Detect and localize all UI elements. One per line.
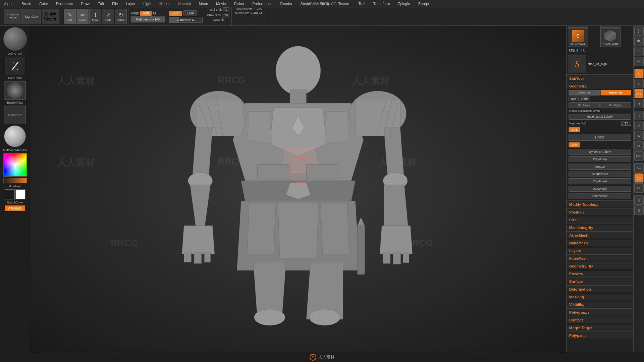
get-lower-button[interactable]: Get Lower — [569, 102, 600, 108]
size-header[interactable]: Size — [567, 217, 633, 223]
brush-icon-large[interactable]: S — [568, 55, 586, 73]
rt-xyz[interactable]: XYZ — [634, 89, 644, 98]
zadd-button[interactable]: Zadd — [169, 11, 182, 16]
menu-picker[interactable]: Picker — [233, 1, 246, 6]
morph-target-header[interactable]: Morph Target — [567, 325, 633, 331]
menu-menu[interactable]: Menu — [198, 1, 210, 6]
rgb-intensity-slider[interactable]: Rgb Intensity 100 — [131, 16, 165, 22]
rt-scroll[interactable]: ⬆⬇ — [634, 26, 644, 36]
rt-aahalf[interactable]: AA — [634, 57, 644, 66]
rt-usefill[interactable]: Fill — [634, 141, 644, 150]
preview-header[interactable]: Preview — [567, 271, 633, 277]
rgb-toggle[interactable]: Rgb — [140, 11, 152, 16]
swatch-black[interactable] — [5, 189, 15, 199]
menu-file[interactable]: File — [111, 1, 119, 6]
rt-panp[interactable]: Pan — [634, 163, 644, 173]
brush-preview[interactable] — [3, 27, 27, 51]
menu-macro[interactable]: Macro — [158, 1, 171, 6]
zsub-button[interactable]: Zsub — [183, 10, 197, 16]
menu-document[interactable]: Document — [55, 1, 74, 6]
position-header[interactable]: Position — [567, 209, 633, 215]
masking-header[interactable]: Masking — [567, 294, 633, 300]
higher-res-button[interactable]: Higher Res — [600, 90, 632, 96]
rt-solo[interactable]: Solo — [634, 183, 644, 193]
rt-frame[interactable]: Fr — [634, 99, 644, 108]
alternate-button[interactable]: Alternate — [5, 205, 25, 211]
del-higher-button[interactable]: Del Higher — [600, 102, 632, 108]
arraymesh-header[interactable]: ArrayMesh — [567, 232, 633, 238]
viewport[interactable]: 人人素材 RRCG 人人素材 人人素材 RRCG 人人素材 RRCG 人人素材 … — [30, 26, 566, 352]
reconstruct-subdiv-button[interactable]: Reconstruct Subdiv — [569, 114, 631, 120]
rt-extra1[interactable]: ⊞ — [634, 195, 644, 205]
move-button[interactable]: ⬆ Move — [89, 9, 101, 24]
tool-polymesh3d[interactable]: PolyMesh3D — [600, 28, 621, 47]
menu-zplugin[interactable]: Zplugin — [396, 1, 411, 6]
menu-transform[interactable]: Transform — [372, 1, 391, 6]
shadowbox-button[interactable]: ShadowBox — [569, 171, 631, 177]
dynamic-subdiv-button[interactable]: Dynamic Subdiv — [569, 149, 631, 155]
polypaint-header[interactable]: Polypaint — [567, 333, 633, 339]
rt-polyf[interactable]: Polyf — [634, 151, 644, 161]
menu-tool[interactable]: Tool — [357, 1, 367, 6]
geometry-header[interactable]: Geometry — [567, 83, 633, 89]
crease-button[interactable]: Crease — [569, 164, 631, 170]
edit-button[interactable]: ✎ Edit — [64, 9, 76, 24]
brush-alpha-preview[interactable] — [4, 81, 26, 100]
color-picker[interactable] — [3, 153, 27, 177]
tool-simplebrush[interactable]: S SimpleBrush — [568, 28, 588, 47]
rt-dynamic[interactable]: Dyn — [634, 173, 644, 183]
rt-zoom[interactable]: 🔍 — [634, 37, 644, 46]
fibermesh-header[interactable]: FiberMesh — [567, 255, 633, 261]
lower-res-button[interactable]: Lower Res — [569, 90, 600, 96]
rotate-button[interactable]: ↻ Rotate — [115, 9, 127, 24]
contact-header[interactable]: Contact — [567, 317, 633, 323]
zremesher-button[interactable]: ZRemesher — [569, 193, 631, 199]
smt-button[interactable]: Smt — [569, 127, 580, 132]
geometry-hd-header[interactable]: Geometry HD — [567, 263, 633, 269]
edgeloop-button[interactable]: EdgeLoop — [569, 156, 631, 162]
stroke-icon[interactable]: Z — [5, 57, 25, 75]
scale-button[interactable]: ⤢ Scale — [102, 9, 114, 24]
rt-actual[interactable]: 1:1 — [634, 47, 644, 56]
material-preview[interactable] — [4, 125, 26, 147]
menu-brush[interactable]: Brush — [20, 1, 33, 6]
menu-stencil[interactable]: Stencil — [299, 1, 313, 6]
suv-button[interactable]: Suv — [569, 142, 580, 147]
visibility-header[interactable]: Visibility — [567, 302, 633, 308]
draw-button[interactable]: ✏ Draw — [76, 9, 89, 24]
rt-scale[interactable]: ⤢ — [634, 121, 644, 130]
dynamesh-button[interactable]: DynaMesh — [569, 186, 631, 192]
menu-texture[interactable]: Texture — [337, 1, 352, 6]
rt-local[interactable]: L — [634, 69, 644, 78]
menu-edit[interactable]: Edit — [96, 1, 105, 6]
surface-header[interactable]: Surface — [567, 279, 633, 285]
lightbox-button[interactable]: LightBox — [22, 9, 41, 24]
menu-render[interactable]: Render — [279, 1, 294, 6]
texture-off-preview[interactable]: Texture Off — [4, 106, 26, 124]
mesh-integrity-header[interactable]: MeshIntegrity — [567, 225, 633, 231]
menu-layer[interactable]: Layer — [125, 1, 137, 6]
divide-button[interactable]: Divide — [569, 134, 631, 141]
projection-master-button[interactable]: ProjectionMaster — [4, 9, 21, 24]
menu-color[interactable]: Color — [38, 1, 49, 6]
nanomesh-header[interactable]: NanoMesh — [567, 240, 633, 246]
rt-rotate[interactable]: ↻ — [634, 131, 644, 140]
rt-edgeloop[interactable]: E — [634, 79, 644, 88]
deformation-header[interactable]: Deformation — [567, 286, 633, 292]
claypolish-button[interactable]: ClayPolish — [569, 178, 631, 184]
rt-move[interactable]: ⬆ — [634, 111, 644, 120]
menu-stroke[interactable]: Stroke — [318, 1, 332, 6]
gradient-bar[interactable] — [3, 178, 27, 183]
menu-alpha[interactable]: Alpha — [3, 1, 15, 6]
menu-light[interactable]: Light — [142, 1, 153, 6]
menu-preferences[interactable]: Preferences — [251, 1, 273, 6]
menu-zscript[interactable]: Zscript — [417, 1, 431, 6]
menu-movie[interactable]: Movie — [215, 1, 227, 6]
swatch-white[interactable] — [15, 189, 25, 199]
menu-draw[interactable]: Draw — [79, 1, 91, 6]
rt-extra2[interactable]: ⊟ — [634, 205, 644, 215]
menu-material[interactable]: Material — [176, 1, 192, 6]
z-intensity-slider[interactable]: Z Intensity 11 — [169, 17, 203, 23]
polygroups-header[interactable]: Polygroups — [567, 309, 633, 315]
modify-topology-header[interactable]: Modify Topology — [567, 201, 633, 207]
